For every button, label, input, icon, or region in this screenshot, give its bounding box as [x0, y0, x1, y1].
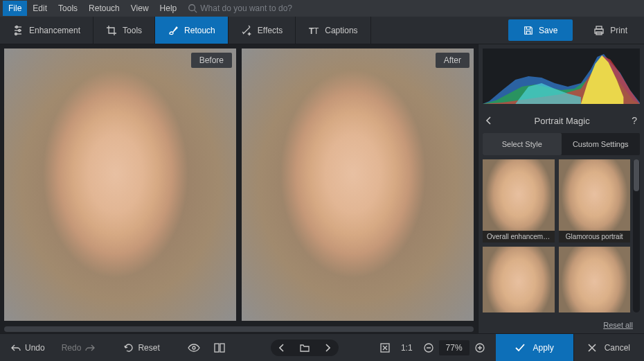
image-compare: Before After: [0, 44, 478, 325]
style-glamorous-portrait[interactable]: Glamorous portrait: [559, 159, 631, 243]
reset-all-link[interactable]: Reset all: [478, 317, 644, 333]
zoom-in-button[interactable]: [469, 339, 490, 357]
after-label: After: [436, 53, 469, 68]
sliders-icon: [12, 25, 24, 36]
svg-rect-15: [220, 344, 224, 352]
style-overall-enhancement[interactable]: Overall enhancement: [483, 159, 555, 243]
menubar: File Edit Tools Retouch View Help: [0, 0, 644, 17]
tab-effects[interactable]: Effects: [229, 17, 296, 44]
back-icon[interactable]: [485, 116, 492, 125]
zoom-out-button[interactable]: [418, 339, 439, 357]
panel-title: Portrait Magic: [492, 116, 632, 126]
before-label: Before: [191, 53, 232, 68]
toolbar: Enhancement Tools Retouch Effects TT Cap…: [0, 17, 644, 44]
style-thumb: [559, 247, 631, 312]
bottombar: Undo Redo Reset 1:1 77% Apply Cancel: [0, 333, 644, 361]
search-input[interactable]: [200, 3, 339, 13]
print-icon: [593, 25, 605, 36]
tab-custom-settings[interactable]: Custom Settings: [562, 133, 641, 155]
browse-folder-button[interactable]: [293, 341, 316, 355]
menu-tools[interactable]: Tools: [53, 1, 83, 16]
reset-icon: [124, 343, 134, 353]
crop-icon: [106, 25, 117, 36]
tab-label: Enhancement: [29, 26, 80, 35]
apply-button[interactable]: Apply: [496, 334, 573, 361]
compare-button[interactable]: [208, 339, 231, 357]
svg-text:T: T: [314, 26, 319, 36]
menu-edit[interactable]: Edit: [27, 1, 53, 16]
plus-icon: [475, 343, 485, 353]
text-icon: TT: [308, 25, 319, 36]
save-button[interactable]: Save: [508, 19, 573, 41]
menu-file[interactable]: File: [3, 1, 27, 16]
undo-icon: [11, 344, 21, 352]
tab-retouch[interactable]: Retouch: [155, 17, 229, 44]
styles-grid: Overall enhancement Glamorous portrait S…: [483, 159, 630, 312]
svg-point-0: [189, 5, 195, 11]
style-label: Overall enhancement: [483, 231, 555, 243]
close-icon: [588, 344, 596, 352]
reset-label: Reset: [138, 343, 159, 353]
search-icon: [188, 3, 197, 13]
before-pane[interactable]: Before: [4, 49, 236, 321]
prev-image-button[interactable]: [272, 341, 292, 355]
style-label: Glamorous portrait: [559, 231, 631, 243]
tab-label: Effects: [258, 26, 283, 35]
fit-icon: [380, 343, 390, 353]
style-thumb: [483, 159, 555, 243]
svg-point-13: [193, 346, 195, 349]
undo-button[interactable]: Undo: [4, 339, 52, 357]
horizontal-scrollbar[interactable]: [0, 325, 478, 333]
save-label: Save: [539, 26, 557, 35]
eye-icon: [188, 344, 200, 352]
panel-tabs: Select Style Custom Settings: [483, 133, 640, 155]
portrait-image: [4, 49, 236, 321]
tab-captions[interactable]: TT Captions: [296, 17, 370, 44]
style-thumb: [559, 159, 631, 243]
redo-icon: [85, 344, 95, 352]
minus-icon: [424, 343, 433, 353]
cancel-button[interactable]: Cancel: [573, 334, 644, 361]
search-wrap: [188, 3, 339, 13]
sparkle-icon: [241, 25, 252, 36]
apply-label: Apply: [533, 343, 554, 353]
zoom-ratio-button[interactable]: 1:1: [395, 339, 418, 357]
side-panel: Portrait Magic ? Select Style Custom Set…: [478, 44, 644, 333]
tab-enhancement[interactable]: Enhancement: [0, 17, 93, 44]
canvas-area: Before After: [0, 44, 478, 333]
print-button[interactable]: Print: [581, 19, 640, 41]
tab-select-style[interactable]: Select Style: [483, 133, 562, 155]
svg-rect-14: [215, 344, 219, 352]
next-image-button[interactable]: [318, 341, 337, 355]
image-nav: [271, 340, 339, 356]
menu-view[interactable]: View: [125, 1, 154, 16]
fit-screen-button[interactable]: [375, 339, 395, 357]
preview-button[interactable]: [182, 340, 206, 356]
redo-label: Redo: [62, 343, 82, 353]
redo-button[interactable]: Redo: [55, 339, 102, 357]
style-slight-enhancement[interactable]: Slight enhancement: [483, 247, 555, 312]
cancel-label: Cancel: [605, 343, 630, 353]
zoom-value[interactable]: 77%: [439, 340, 469, 355]
styles-scrollbar[interactable]: [633, 159, 640, 312]
help-icon[interactable]: ?: [632, 115, 637, 126]
styles-area: Overall enhancement Glamorous portrait S…: [478, 155, 644, 317]
undo-label: Undo: [25, 343, 45, 353]
compare-icon: [214, 343, 225, 353]
main: Before After Portrait Magic ? Select: [0, 44, 644, 333]
print-label: Print: [610, 26, 627, 35]
svg-line-1: [195, 10, 197, 13]
tab-tools[interactable]: Tools: [93, 17, 155, 44]
reset-button[interactable]: Reset: [117, 339, 166, 357]
menu-help[interactable]: Help: [154, 1, 183, 16]
save-icon: [524, 26, 533, 35]
after-pane[interactable]: After: [242, 49, 474, 321]
panel-header: Portrait Magic ?: [478, 108, 644, 133]
tab-label: Tools: [123, 26, 142, 35]
style-light-tan[interactable]: Light tan: [559, 247, 631, 312]
histogram[interactable]: [483, 49, 640, 104]
style-thumb: [483, 247, 555, 312]
portrait-image: [242, 49, 474, 321]
menu-retouch[interactable]: Retouch: [83, 1, 125, 16]
tab-label: Captions: [325, 26, 357, 35]
